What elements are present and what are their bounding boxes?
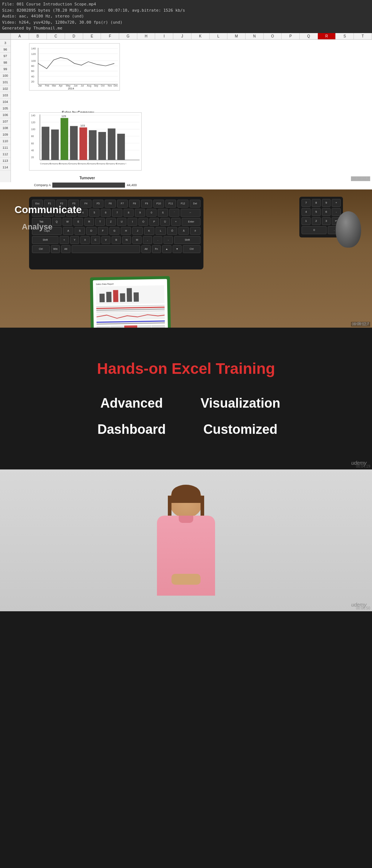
svg-text:Oct: Oct — [101, 84, 105, 87]
svg-text:Jan: Jan — [38, 84, 42, 87]
col-d: D — [65, 33, 83, 39]
training-section: Hands-on Excel Training Advanced Visuali… — [0, 328, 372, 469]
paper-document: Sales Data Report — [90, 276, 172, 328]
svg-text:Jul: Jul — [81, 84, 84, 87]
file-info-line2: Size: 82002895 bytes (78.20 MiB), durati… — [2, 8, 370, 14]
svg-text:Dec: Dec — [114, 84, 118, 87]
col-r: R — [318, 33, 336, 39]
training-keyword-dashboard: Dashboard — [92, 422, 171, 437]
svg-text:20: 20 — [31, 156, 34, 159]
svg-text:Feb: Feb — [45, 84, 49, 87]
keyboard-row-4: Caps A S D F G H J K L Ö Ä # — [32, 227, 201, 235]
training-keyword-advanced: Advanced — [92, 396, 171, 411]
svg-text:Sep: Sep — [94, 84, 98, 87]
excel-chart-area: New Location 140 120 100 80 60 40 20 — [11, 40, 372, 182]
col-a: A — [11, 33, 29, 39]
bar-chart: 140 120 100 80 60 40 20 — [29, 112, 142, 171]
svg-rect-69 — [134, 292, 139, 302]
presenter-hair — [171, 485, 201, 503]
svg-text:Apr: Apr — [59, 84, 63, 87]
line-chart: 140 120 100 80 60 40 20 — [29, 43, 120, 91]
communicate-text: Communicate — [15, 204, 82, 216]
file-info-line3: Audio: aac, 44100 Hz, stereo (und) — [2, 13, 370, 20]
svg-text:100: 100 — [31, 59, 36, 62]
col-s: S — [336, 33, 354, 39]
svg-text:120: 120 — [31, 121, 35, 123]
keyboard-row-3: Tab Q W E R T Z U I O P Ü + Enter — [32, 218, 201, 226]
keyboard-section: Esc F1 F2 F3 F4 F5 F6 F7 F8 F9 F10 F11 F… — [0, 189, 372, 328]
svg-rect-67 — [120, 293, 125, 302]
col-c: C — [47, 33, 65, 39]
svg-text:140: 140 — [31, 47, 36, 50]
col-f: F — [101, 33, 119, 39]
turnover-section: Turnover Company A 44,400 Company B 10,0… — [29, 176, 145, 189]
svg-rect-66 — [113, 290, 118, 302]
svg-rect-65 — [106, 292, 112, 302]
training-title: Hands-on Excel Training — [97, 360, 275, 377]
svg-text:Mar: Mar — [52, 84, 56, 87]
presenter-udemy-logo: udemy — [351, 602, 367, 608]
col-h: H — [137, 33, 155, 39]
excel-section: A B C D E F G H I J K L M N O P Q R S T … — [0, 33, 372, 189]
presenter-torso — [157, 516, 215, 596]
svg-text:140: 140 — [31, 114, 35, 116]
presenter-collar — [179, 516, 193, 523]
svg-text:Aug: Aug — [87, 84, 91, 87]
svg-rect-44 — [42, 127, 49, 160]
svg-text:100: 100 — [31, 128, 35, 131]
file-info-line1: File: 001 Course Introduction Scope.mp4 — [2, 1, 370, 8]
presenter-hands — [171, 574, 201, 585]
svg-rect-68 — [127, 288, 132, 302]
col-o: O — [264, 33, 282, 39]
svg-text:20: 20 — [31, 80, 34, 83]
svg-rect-64 — [100, 293, 105, 302]
svg-text:Nov: Nov — [108, 84, 113, 87]
presenter-section: udemy 00:06:50 — [0, 469, 372, 611]
turnover-row-a: Company A 44,400 — [29, 182, 145, 188]
svg-text:80: 80 — [31, 135, 34, 137]
training-grid: Advanced Visualization Dashboard Customi… — [92, 396, 280, 437]
training-keyword-customized: Customized — [201, 422, 280, 437]
svg-text:60: 60 — [31, 142, 34, 144]
analyse-text: Analyse — [22, 222, 52, 232]
svg-rect-45 — [51, 129, 59, 160]
svg-rect-53 — [108, 128, 116, 160]
svg-text:40: 40 — [31, 75, 34, 78]
excel-content: 3 96 97 98 99 100 101 102 103 104 105 10… — [0, 40, 372, 182]
col-n: N — [246, 33, 264, 39]
col-e: E — [83, 33, 101, 39]
svg-text:2014: 2014 — [68, 87, 74, 90]
svg-text:Company H: Company H — [106, 163, 117, 165]
svg-text:103: 103 — [80, 124, 85, 127]
svg-text:Company I: Company I — [116, 163, 126, 165]
svg-text:Jun: Jun — [74, 84, 78, 87]
file-info-line4: Video: h264, yuv420p, 1280x720, 30.00 fp… — [2, 20, 370, 26]
col-k: K — [191, 33, 210, 39]
col-m: M — [227, 33, 246, 39]
training-timestamp: 00:04:19 — [356, 464, 370, 468]
col-i: I — [155, 33, 173, 39]
svg-text:129: 129 — [61, 114, 66, 117]
col-l: L — [210, 33, 228, 39]
col-j: J — [173, 33, 191, 39]
svg-rect-49 — [80, 127, 87, 160]
training-keyword-visualization: Visualization — [201, 396, 280, 411]
svg-rect-54 — [117, 133, 125, 160]
file-info-bar: File: 001 Course Introduction Scope.mp4 … — [0, 0, 372, 33]
presenter-body — [157, 485, 215, 596]
svg-text:40: 40 — [31, 149, 34, 151]
keyboard-row-5: Shift < Y X C V B N M , . - Shift — [32, 236, 201, 244]
svg-rect-46 — [61, 118, 68, 160]
keyboard-timestamp: 00:00:12.7 — [351, 322, 370, 327]
col-p: P — [282, 33, 300, 39]
excel-row-numbers: 3 96 97 98 99 100 101 102 103 104 105 10… — [0, 40, 11, 182]
col-t: T — [354, 33, 372, 39]
svg-text:80: 80 — [31, 64, 34, 68]
presenter-head — [170, 485, 202, 517]
file-info-line5: Generated by Thumbnail.me — [2, 25, 370, 32]
col-b: B — [29, 33, 47, 39]
excel-col-headers: A B C D E F G H I J K L M N O P Q R S T — [0, 33, 372, 40]
col-q: Q — [300, 33, 318, 39]
col-g: G — [119, 33, 137, 39]
svg-text:60: 60 — [31, 69, 34, 73]
